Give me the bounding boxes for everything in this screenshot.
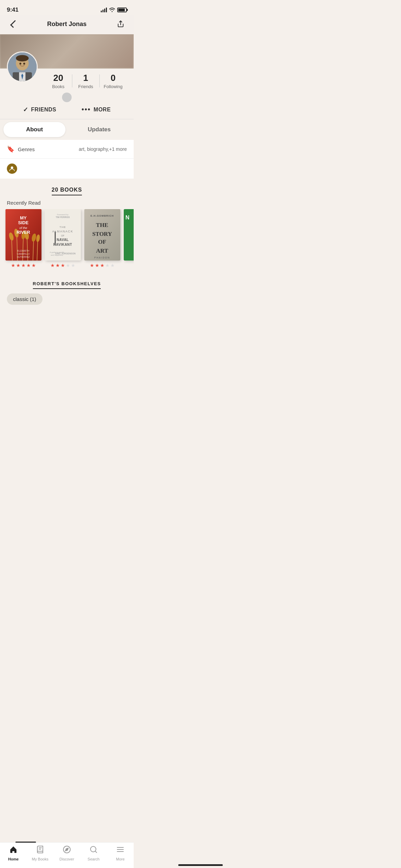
profile-small-icon: [7, 164, 17, 174]
scroll-indicator: [7, 93, 127, 102]
avatar-image: [8, 52, 37, 81]
profile-section: 20 Books 1 Friends 0 Following ✓ FRIENDS…: [0, 69, 134, 119]
book-cover-3: E.H.GOMBRICH THE STORY OF ART PHAIDON: [84, 209, 120, 261]
share-button[interactable]: [114, 18, 127, 30]
bookmark-icon: 🔖: [7, 145, 14, 153]
svg-text:Foreword by: Foreword by: [57, 214, 68, 216]
battery-icon: [117, 8, 127, 12]
stat-books[interactable]: 20 Books: [45, 73, 72, 89]
stat-following[interactable]: 0 Following: [99, 73, 127, 89]
genres-value: art, biography,+1 more: [79, 146, 127, 152]
avatar: [7, 51, 38, 82]
svg-text:TIM FERRISS: TIM FERRISS: [56, 216, 70, 218]
books-section-title: 20 BOOKS: [52, 187, 82, 195]
svg-text:GUTIERREZ: GUTIERREZ: [17, 256, 30, 258]
shelf-tags: classic (1): [0, 288, 134, 310]
svg-text:N: N: [125, 215, 130, 220]
svg-point-7: [20, 63, 22, 65]
stat-friends[interactable]: 1 Friends: [72, 73, 99, 89]
wifi-icon: [109, 7, 115, 13]
genres-row[interactable]: 🔖 Genres art, biography,+1 more: [0, 140, 134, 159]
bookshelves-title: ROBERT'S BOOKSHELVES: [33, 281, 101, 289]
following-count: 0: [111, 73, 116, 83]
page-header: Robert Jonas: [0, 15, 134, 34]
svg-text:MY: MY: [20, 215, 27, 220]
books-label: Books: [52, 84, 64, 89]
book-1-stars: ★ ★ ★ ★ ★: [11, 263, 36, 268]
book-cover-2: Foreword by TIM FERRISS THE ALMANACK OF …: [45, 209, 81, 261]
recently-read-label: Recently Read: [0, 194, 134, 209]
book-item-2[interactable]: Foreword by TIM FERRISS THE ALMANACK OF …: [45, 209, 81, 268]
genres-label: Genres: [18, 146, 35, 152]
shelf-tag-classic[interactable]: classic (1): [7, 293, 42, 305]
status-bar: 9:41: [0, 0, 134, 15]
bookshelves-section: ROBERT'S BOOKSHELVES classic (1): [0, 274, 134, 316]
friends-count: 1: [83, 73, 88, 83]
check-icon: ✓: [23, 106, 28, 113]
info-section: 🔖 Genres art, biography,+1 more: [0, 140, 134, 179]
svg-text:THE: THE: [96, 222, 108, 228]
book-item-3[interactable]: E.H.GOMBRICH THE STORY OF ART PHAIDON: [84, 209, 120, 268]
svg-text:ERIC JORGENSON: ERIC JORGENSON: [56, 252, 76, 255]
friends-button-label: FRIENDS: [31, 107, 56, 113]
svg-point-3: [16, 55, 28, 61]
book-item-1[interactable]: MY SIDE of the RIVER ELIZABETH CAMARILLO…: [5, 209, 41, 268]
svg-text:ALMANACK: ALMANACK: [52, 230, 73, 233]
friends-label: Friends: [78, 84, 93, 89]
svg-text:ART: ART: [96, 248, 108, 254]
tab-about[interactable]: About: [3, 122, 65, 137]
books-section: 20 BOOKS Recently Read: [0, 179, 134, 274]
svg-text:E.H.GOMBRICH: E.H.GOMBRICH: [90, 214, 114, 217]
book-3-stars: ★ ★ ★ ★ ★: [90, 263, 115, 268]
svg-point-8: [23, 63, 25, 65]
more-button-label: MORE: [94, 107, 111, 113]
book-cover-1: MY SIDE of the RIVER ELIZABETH CAMARILLO…: [5, 209, 41, 261]
page-title: Robert Jonas: [47, 21, 86, 28]
signal-icon: [101, 8, 107, 12]
svg-text:STORY: STORY: [92, 231, 112, 237]
profile-tabs: About Updates: [0, 119, 134, 140]
tab-updates[interactable]: Updates: [68, 122, 130, 137]
status-time: 9:41: [7, 7, 19, 13]
svg-point-9: [11, 167, 13, 169]
svg-text:NAVAL: NAVAL: [57, 238, 69, 242]
svg-text:RAVIKANT: RAVIKANT: [53, 243, 72, 246]
svg-text:THE: THE: [60, 226, 66, 229]
book-2-stars: ★ ★ ★ ★ ★: [50, 263, 75, 268]
profile-icon-row: [0, 159, 134, 179]
following-label: Following: [104, 84, 123, 89]
more-profile-button[interactable]: ••• MORE: [82, 106, 111, 113]
status-icons: [101, 7, 127, 13]
action-row: ✓ FRIENDS ••• MORE: [7, 106, 127, 113]
svg-text:ELIZABETH: ELIZABETH: [17, 250, 29, 252]
friends-button[interactable]: ✓ FRIENDS: [23, 106, 56, 113]
svg-text:OF: OF: [98, 239, 106, 245]
dots-icon: •••: [82, 106, 91, 113]
svg-text:OF: OF: [61, 234, 64, 237]
svg-text:CAMARILLO: CAMARILLO: [17, 253, 30, 255]
svg-text:SIDE: SIDE: [18, 220, 29, 225]
svg-text:of the: of the: [20, 226, 27, 230]
genres-label-container: 🔖 Genres: [7, 145, 35, 153]
book-item-4[interactable]: N ★: [124, 209, 134, 268]
svg-text:RIVER: RIVER: [16, 230, 30, 235]
books-count: 20: [53, 73, 63, 83]
back-button[interactable]: [7, 18, 19, 30]
books-row: MY SIDE of the RIVER ELIZABETH CAMARILLO…: [0, 209, 134, 274]
svg-text:PHAIDON: PHAIDON: [94, 256, 110, 259]
